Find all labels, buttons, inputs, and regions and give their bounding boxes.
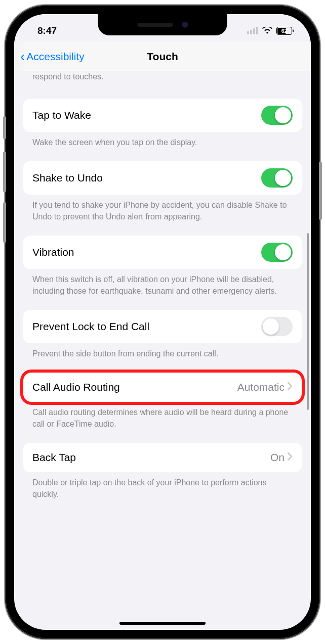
screen: 8:47 62 ‹ Accessib <box>14 14 311 630</box>
row-vibration[interactable]: Vibration <box>23 236 302 269</box>
speaker-grille <box>137 23 173 27</box>
toggle-prevent-lock[interactable] <box>261 317 293 336</box>
battery-icon: 62 <box>276 27 294 35</box>
chevron-left-icon: ‹ <box>20 50 25 64</box>
wifi-icon <box>262 27 272 34</box>
toggle-tap-to-wake[interactable] <box>261 106 293 125</box>
row-shake-to-undo[interactable]: Shake to Undo <box>23 161 302 195</box>
setting-footer: Prevent the side button from ending the … <box>23 343 302 359</box>
setting-footer: If you tend to shake your iPhone by acci… <box>23 195 302 222</box>
row-call-audio-routing[interactable]: Call Audio Routing Automatic <box>23 373 302 402</box>
front-camera <box>182 22 188 28</box>
navigation-bar: ‹ Accessibility Touch <box>14 42 311 71</box>
page-title: Touch <box>147 51 178 63</box>
row-label: Tap to Wake <box>32 109 91 121</box>
row-label: Prevent Lock to End Call <box>32 320 149 333</box>
setting-group-back-tap: Back Tap On Double or triple tap on the … <box>23 443 302 500</box>
setting-group-shake-to-undo: Shake to Undo If you tend to shake your … <box>23 161 302 222</box>
home-indicator[interactable] <box>119 622 206 625</box>
status-icons: 62 <box>247 27 294 35</box>
row-label: Call Audio Routing <box>32 381 120 393</box>
row-prevent-lock-to-end-call[interactable]: Prevent Lock to End Call <box>23 310 302 343</box>
setting-group-prevent-lock: Prevent Lock to End Call Prevent the sid… <box>23 310 302 359</box>
setting-group-tap-to-wake: Tap to Wake Wake the screen when you tap… <box>23 99 302 148</box>
status-time: 8:47 <box>37 25 57 36</box>
row-label: Back Tap <box>32 451 76 464</box>
toggle-vibration[interactable] <box>261 243 293 262</box>
toggle-shake-to-undo[interactable] <box>261 168 293 188</box>
chevron-right-icon <box>288 452 293 463</box>
setting-group-vibration: Vibration When this switch is off, all v… <box>23 236 302 297</box>
iphone-device-frame: 8:47 62 ‹ Accessib <box>5 5 320 639</box>
row-value: On <box>270 451 285 464</box>
battery-percent: 62 <box>281 28 288 34</box>
row-tap-to-wake[interactable]: Tap to Wake <box>23 99 302 132</box>
setting-footer: When this switch is off, all vibration o… <box>23 269 302 297</box>
cellular-signal-icon <box>247 27 258 34</box>
setting-footer: Wake the screen when you tap on the disp… <box>23 132 302 148</box>
row-value: Automatic <box>237 381 285 393</box>
setting-group-call-audio-routing: Call Audio Routing Automatic Call audio … <box>23 373 302 430</box>
settings-scroll-content[interactable]: respond to touches. Tap to Wake Wake the… <box>14 71 311 630</box>
row-label: Vibration <box>32 246 74 258</box>
partial-footer-text: respond to touches. <box>23 71 302 85</box>
back-button[interactable]: ‹ Accessibility <box>20 50 85 64</box>
setting-footer: Call audio routing determines where audi… <box>23 402 302 430</box>
volume-up-button <box>3 152 6 192</box>
row-label: Shake to Undo <box>32 172 103 184</box>
volume-down-button <box>3 202 6 243</box>
setting-footer: Double or triple tap on the back of your… <box>23 472 302 500</box>
chevron-right-icon <box>288 382 293 392</box>
row-back-tap[interactable]: Back Tap On <box>23 443 302 472</box>
scroll-indicator[interactable] <box>307 233 309 410</box>
back-button-label: Accessibility <box>26 51 84 63</box>
mute-switch <box>3 116 6 139</box>
side-button <box>319 162 322 220</box>
notch <box>98 14 227 35</box>
